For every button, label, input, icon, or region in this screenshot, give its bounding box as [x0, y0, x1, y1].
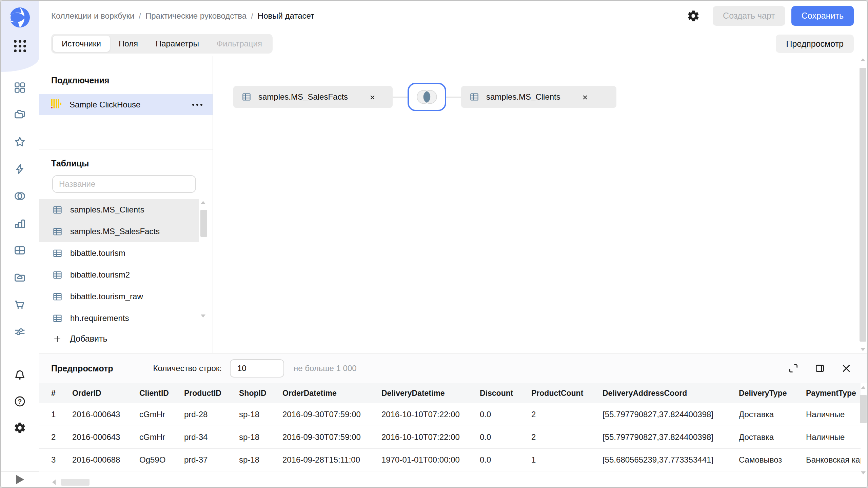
scrollbar-thumb[interactable]: [860, 395, 867, 423]
preview-panel: Предпросмотр Количество строк: не больше…: [39, 353, 867, 487]
table-list-item[interactable]: samples.MS_Clients: [39, 199, 199, 221]
source-chip-label: samples.MS_SalesFacts: [258, 92, 348, 102]
table-list-item-label: samples.MS_SalesFacts: [70, 227, 160, 236]
scroll-down-icon[interactable]: [861, 471, 866, 474]
venn-circles-icon[interactable]: [14, 190, 26, 202]
connection-item[interactable]: Sample ClickHouse: [39, 94, 213, 115]
scrollbar-thumb[interactable]: [61, 479, 90, 486]
table-icon: [52, 313, 63, 324]
expand-icon[interactable]: [788, 363, 799, 374]
scroll-up-icon[interactable]: [861, 58, 865, 61]
preview-table-cell: sp-18: [239, 410, 282, 419]
table-list-item[interactable]: bibattle.tourism2: [39, 264, 199, 286]
bell-icon[interactable]: [14, 369, 26, 381]
preview-toggle-button[interactable]: Предпросмотр: [776, 35, 854, 53]
table-list-item[interactable]: samples.MS_SalesFacts: [39, 221, 199, 242]
preview-table-header-cell: ProductID: [184, 389, 239, 398]
close-icon[interactable]: [581, 94, 589, 101]
table-search-input[interactable]: [52, 175, 196, 193]
top-header: Коллекции и воркбуки/Практические руково…: [39, 1, 867, 31]
preview-table-cell: 0.0: [480, 410, 531, 419]
table-list-item[interactable]: bibattle.tourism: [39, 242, 199, 264]
marketplace-cart-icon[interactable]: [14, 298, 26, 311]
scroll-down-icon[interactable]: [201, 314, 205, 318]
bar-chart-icon[interactable]: [14, 217, 26, 229]
services-sliders-icon[interactable]: [14, 325, 26, 338]
play-icon: [16, 475, 24, 484]
help-icon[interactable]: ?: [14, 395, 26, 408]
source-chip-clients[interactable]: samples.MS_Clients: [461, 86, 616, 108]
preview-table-cell: 1: [531, 455, 603, 465]
table-icon: [52, 291, 63, 302]
dataset-table-icon[interactable]: [14, 244, 26, 257]
table-list-item[interactable]: bibattle.tourism_raw: [39, 286, 199, 307]
breadcrumb-item[interactable]: Практические руководства: [145, 11, 246, 21]
preview-table-cell: Наличные: [806, 410, 861, 419]
preview-table-cell: [55.797790827,37.824400398]: [603, 432, 739, 442]
save-button[interactable]: Сохранить: [791, 6, 854, 26]
preview-table-cell: 1970-01-01T00:00:00: [381, 455, 480, 465]
settings-gear-icon[interactable]: [14, 422, 26, 434]
dashboard-grid-icon[interactable]: [14, 81, 26, 94]
row-count-input[interactable]: [230, 359, 284, 378]
preview-table-cell: 2016-000688: [72, 455, 139, 465]
preview-table-cell: [55.680565239,37.773353441]: [603, 455, 739, 465]
preview-table-cell: 2016-10-10T07:22:00: [381, 410, 480, 419]
row-count-label: Количество строк:: [153, 364, 222, 373]
add-table-button[interactable]: Добавить: [39, 334, 213, 344]
breadcrumb-item: Новый датасет: [258, 11, 314, 21]
tab[interactable]: Параметры: [147, 36, 208, 52]
preview-table-cell: 0.0: [480, 455, 531, 465]
table-list-item-label: samples.MS_Clients: [70, 205, 144, 215]
breadcrumb: Коллекции и воркбуки/Практические руково…: [51, 11, 314, 21]
source-flow: samples.MS_SalesFacts: [233, 83, 616, 111]
preview-table-row: 22016-000643cGmHrprd-34sp-182016-09-30T0…: [39, 426, 861, 449]
sidebar-expand-button[interactable]: [1, 471, 39, 487]
source-chip-salesfacts[interactable]: samples.MS_SalesFacts: [233, 86, 393, 108]
scroll-down-icon[interactable]: [861, 348, 865, 351]
scroll-left-icon[interactable]: [52, 480, 56, 485]
connection-menu-button[interactable]: [192, 100, 202, 109]
canvas-scrollbar: [860, 58, 866, 351]
scrollbar-thumb[interactable]: [200, 210, 207, 237]
star-icon[interactable]: [14, 136, 26, 148]
split-view-icon[interactable]: [814, 363, 825, 374]
collections-icon[interactable]: [14, 108, 26, 121]
lightning-icon[interactable]: [14, 163, 26, 175]
app-window: ? Коллекции и воркбуки/Практические руко…: [0, 0, 868, 488]
tab[interactable]: Поля: [110, 36, 147, 52]
create-chart-button[interactable]: Создать чарт: [713, 6, 785, 26]
preview-table-cell: Доставка: [739, 432, 806, 442]
preview-table-header-cell: DeliveryAddressCoord: [603, 389, 739, 398]
preview-table-cell: 2016-000643: [72, 410, 139, 419]
tables-list: samples.MS_Clients samples.MS_SalesFacts…: [39, 199, 213, 329]
close-icon[interactable]: [841, 363, 852, 374]
join-connector-line: [393, 97, 408, 98]
preview-table-hscrollbar: [39, 477, 861, 487]
tab: Фильтрация: [208, 36, 271, 52]
preview-table-cell: 2016-09-30T07:59:00: [282, 410, 381, 419]
preview-table-header-cell: OrderDatetime: [282, 389, 381, 398]
tab[interactable]: Источники: [53, 36, 110, 52]
scroll-up-icon[interactable]: [201, 201, 205, 204]
join-connector-line: [446, 97, 461, 98]
preview-table-cell: 2016-10-10T07:22:00: [381, 432, 480, 442]
apps-grid-icon[interactable]: [1, 40, 39, 52]
datalens-logo[interactable]: [9, 7, 31, 28]
panel-divider: [39, 149, 213, 149]
add-table-label: Добавить: [70, 334, 107, 344]
close-icon[interactable]: [369, 94, 376, 101]
preview-table-cell: 2016-09-30T07:59:00: [282, 432, 381, 442]
folder-cloud-icon[interactable]: [14, 271, 26, 284]
join-node[interactable]: [408, 83, 446, 111]
gear-icon[interactable]: [687, 9, 700, 22]
scroll-up-icon[interactable]: [861, 386, 866, 389]
table-icon: [241, 92, 252, 102]
table-list-item[interactable]: hh.requirements: [39, 307, 199, 329]
clickhouse-logo-icon: [51, 99, 61, 110]
scrollbar-thumb[interactable]: [860, 68, 866, 342]
preview-table-cell: sp-18: [239, 455, 282, 465]
breadcrumb-item[interactable]: Коллекции и воркбуки: [51, 11, 134, 21]
table-list-item-label: bibattle.tourism_raw: [70, 292, 143, 301]
table-icon: [52, 226, 63, 237]
